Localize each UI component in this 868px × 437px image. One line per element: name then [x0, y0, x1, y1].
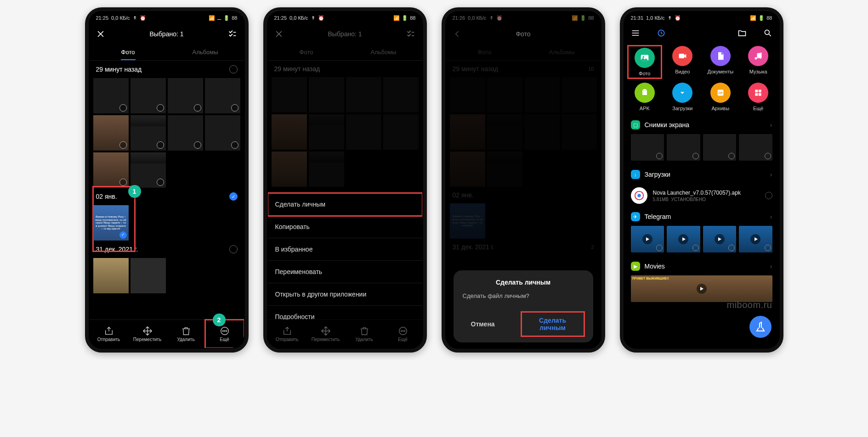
select-all-button[interactable]: [403, 29, 416, 39]
thumbnail-grid: [93, 78, 240, 188]
video-thumbnail[interactable]: [667, 226, 700, 252]
section-movies[interactable]: ▶ Movies ›: [624, 257, 779, 275]
svg-point-3: [226, 331, 227, 331]
thumbnail[interactable]: [168, 78, 203, 113]
dialog-cancel-button[interactable]: Отмена: [463, 312, 503, 336]
tab-photo[interactable]: Фото: [268, 44, 345, 60]
menu-rename[interactable]: Переименовать: [268, 261, 422, 283]
thumbnail[interactable]: [205, 115, 240, 151]
signal-icon: 📶: [750, 15, 756, 21]
select-icon[interactable]: [157, 104, 164, 112]
location-icon: ↟: [668, 15, 672, 21]
section-title: 29 минут назад: [274, 65, 320, 73]
select-icon[interactable]: [119, 104, 127, 112]
signal-icon: 📶: [393, 15, 400, 21]
signal-icon: 📶: [209, 15, 215, 21]
header-title: Выбрано: 1: [109, 30, 225, 38]
video-thumbnail[interactable]: ПРИВЕТ ВЫЖИВШИЕ!!: [631, 275, 772, 302]
thumbnail[interactable]: [130, 78, 166, 113]
thumbnail[interactable]: [631, 134, 664, 161]
select-icon[interactable]: [194, 141, 201, 149]
thumbnail[interactable]: [130, 115, 166, 151]
select-icon[interactable]: [765, 192, 772, 199]
menu-open-in[interactable]: Открыть в другом приложении: [268, 283, 422, 306]
tab-albums[interactable]: Альбомы: [345, 44, 422, 60]
thumbnail[interactable]: [667, 134, 700, 161]
select-icon[interactable]: [119, 179, 127, 186]
tab-albums[interactable]: Альбомы: [167, 44, 244, 60]
thumbnail[interactable]: [93, 115, 129, 151]
section-screenshots[interactable]: ▢ Снимки экрана ›: [624, 116, 779, 134]
move-button[interactable]: Переместить: [128, 320, 167, 348]
folder-tab-icon[interactable]: [738, 28, 747, 39]
battery-icon: 🔋: [223, 15, 230, 21]
section-header[interactable]: 29 минут назад: [93, 61, 240, 78]
thumbnail[interactable]: [130, 152, 166, 188]
screenshot-thumbs: [624, 134, 779, 165]
category-apk[interactable]: APK: [628, 83, 662, 111]
select-icon[interactable]: [194, 104, 201, 112]
section-downloads[interactable]: ↓ Загрузки ›: [624, 165, 779, 184]
select-section-icon[interactable]: [229, 245, 238, 253]
status-bar: 21:31 1,0 КБ/с ↟ ⏰ 📶 🔋 88: [624, 12, 779, 24]
more-button[interactable]: Ещё: [205, 320, 244, 348]
category-video[interactable]: Видео: [666, 46, 699, 78]
category-archives[interactable]: ZIP Архивы: [704, 83, 738, 111]
select-section-icon[interactable]: [229, 192, 238, 201]
menu-icon[interactable]: [631, 28, 640, 39]
delete-button: Удалить: [345, 320, 384, 348]
category-music[interactable]: Музыка: [742, 46, 775, 78]
select-icon[interactable]: [119, 231, 127, 239]
menu-details[interactable]: Подробности: [268, 306, 422, 319]
image-icon: [635, 48, 655, 68]
download-icon: [672, 83, 692, 103]
section-header: 29 минут назад: [272, 61, 419, 77]
clean-fab[interactable]: [749, 316, 772, 338]
thumbnail[interactable]: [703, 134, 737, 161]
close-button[interactable]: [96, 29, 109, 39]
section-header[interactable]: 31 дек. 2021 г.: [93, 241, 240, 258]
tab-photo[interactable]: Фото: [90, 44, 167, 60]
thumbnail[interactable]: [739, 134, 772, 161]
category-more[interactable]: Ещё: [742, 83, 775, 111]
section-telegram[interactable]: ✈ Telegram ›: [624, 207, 779, 226]
thumbnail: [383, 114, 419, 150]
select-all-button[interactable]: [225, 29, 238, 39]
video-thumbnail[interactable]: [703, 226, 737, 252]
location-icon: ↟: [311, 15, 315, 21]
select-icon[interactable]: [157, 141, 164, 149]
dialog-confirm-button[interactable]: Сделать личным: [522, 312, 584, 336]
thumbnail[interactable]: [93, 78, 129, 113]
menu-make-private[interactable]: Сделать личным: [268, 193, 422, 216]
send-button[interactable]: Отправить: [90, 320, 128, 348]
select-icon[interactable]: [231, 141, 238, 149]
category-downloads[interactable]: Загрузки: [666, 83, 699, 111]
video-thumbnail[interactable]: [631, 226, 664, 252]
archive-icon: ZIP: [710, 83, 731, 103]
image-icon: ▢: [631, 120, 640, 129]
select-icon[interactable]: [119, 141, 127, 149]
category-docs[interactable]: Документы: [704, 46, 738, 78]
recent-tab-icon[interactable]: [657, 28, 666, 39]
select-section-icon[interactable]: [229, 65, 238, 73]
file-row[interactable]: Nova Launcher_v7.0.57(70057).apk 5.81MB …: [624, 184, 779, 207]
thumbnail[interactable]: [93, 152, 129, 188]
thumbnail[interactable]: [93, 258, 129, 293]
svg-point-1: [222, 331, 223, 331]
video-thumbnail[interactable]: [739, 226, 772, 252]
delete-button[interactable]: Удалить: [167, 320, 205, 348]
select-icon[interactable]: [231, 104, 238, 112]
category-photo[interactable]: Фото: [628, 46, 662, 78]
thumbnail[interactable]: [168, 115, 203, 151]
svg-point-9: [765, 30, 769, 34]
thumbnail-selected[interactable]: Бажаю в Новому Році – якщо спотикатися, …: [93, 205, 129, 241]
menu-favorite[interactable]: В избранное: [268, 238, 422, 261]
thumbnail[interactable]: [205, 78, 240, 113]
section-header[interactable]: 02 янв.: [93, 188, 240, 205]
close-button[interactable]: [274, 29, 287, 39]
thumbnail[interactable]: [130, 258, 166, 293]
search-icon[interactable]: [763, 28, 772, 39]
select-icon[interactable]: [157, 179, 164, 186]
alarm-icon: ⏰: [140, 15, 146, 21]
menu-copy[interactable]: Копировать: [268, 216, 422, 238]
